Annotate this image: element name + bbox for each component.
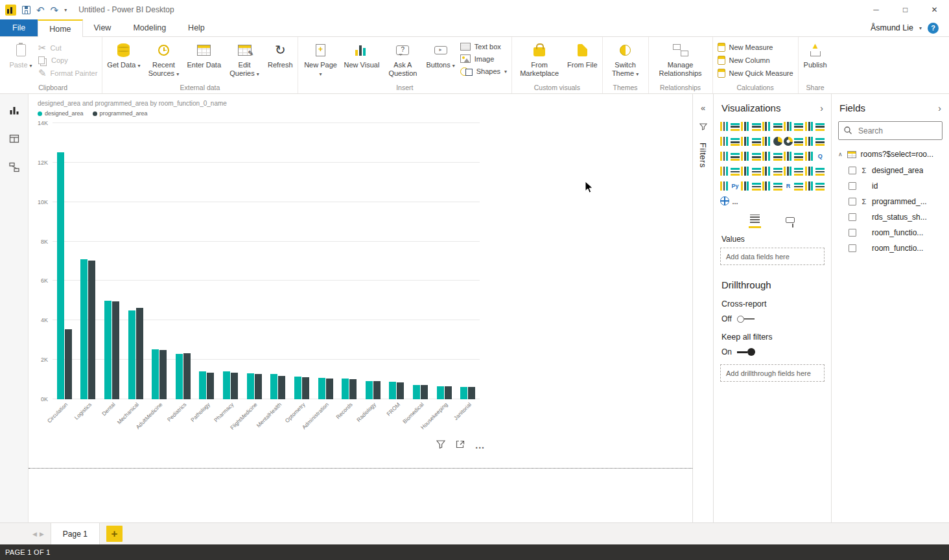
copy-button[interactable]: Copy [38, 56, 97, 64]
new-column-button[interactable]: New Column [718, 56, 793, 65]
new-quick-measure-button[interactable]: New Quick Measure [718, 69, 793, 78]
switch-theme-button[interactable]: Switch Theme ▾ [605, 39, 646, 83]
shape-map-icon[interactable] [720, 152, 729, 161]
undo-icon[interactable]: ↶ [36, 5, 45, 15]
histogram-chart-icon[interactable] [752, 181, 761, 191]
bar-designed_area[interactable] [342, 379, 349, 399]
timeline-slicer-icon[interactable] [741, 167, 750, 176]
pulse-chart-icon[interactable] [794, 167, 803, 176]
r-script-visual-icon[interactable]: R [784, 181, 793, 191]
stacked-area-chart-icon[interactable] [805, 122, 814, 131]
bullet-chart-icon[interactable] [752, 167, 761, 176]
field-checkbox[interactable] [849, 167, 856, 174]
redo-icon[interactable]: ↷ [51, 5, 59, 15]
sunburst-chart-icon[interactable] [815, 167, 825, 176]
100-stacked-column-chart-icon[interactable] [773, 122, 782, 131]
customize-toolbar-caret-icon[interactable]: ▾ [64, 7, 67, 13]
bar-designed_area[interactable] [270, 374, 277, 399]
recent-sources-button[interactable]: Recent Sources ▾ [143, 39, 184, 83]
waterfall-chart-icon[interactable] [741, 137, 750, 146]
bar-programmed_area[interactable] [278, 376, 285, 399]
help-icon[interactable]: ? [928, 23, 939, 34]
kpi-icon[interactable] [762, 152, 771, 161]
bar-programmed_area[interactable] [112, 301, 119, 399]
close-button[interactable]: ✕ [920, 0, 949, 19]
bar-designed_area[interactable] [366, 381, 373, 399]
legend-item[interactable]: programmed_area [93, 110, 148, 117]
treemap-chart-icon[interactable] [794, 137, 803, 146]
refresh-button[interactable]: ↻ Refresh [265, 39, 296, 83]
dataset-table-row[interactable]: ∧ rooms?$select=roo... [832, 144, 949, 163]
add-page-button[interactable]: + [106, 526, 123, 542]
bar-programmed_area[interactable] [231, 373, 238, 399]
bar-designed_area[interactable] [437, 386, 444, 399]
funnel-chart-icon[interactable] [752, 137, 761, 146]
manage-relationships-button[interactable]: Manage Relationships [651, 39, 710, 83]
network-navigator-icon[interactable] [773, 167, 782, 176]
field-row-id[interactable]: id [849, 178, 949, 194]
gantt-chart-icon[interactable] [773, 181, 782, 191]
field-row-room_functio[interactable]: room_functio... [849, 240, 949, 256]
paginated-report-visual-icon[interactable] [741, 181, 750, 191]
tab-home[interactable]: Home [38, 19, 82, 37]
decomposition-tree-icon[interactable] [805, 181, 814, 191]
bar-designed_area[interactable] [57, 152, 64, 399]
previous-page-arrow-icon[interactable]: ◀ [32, 531, 37, 537]
bar-designed_area[interactable] [152, 349, 159, 399]
field-row-programmed_[interactable]: Σprogrammed_... [849, 194, 949, 209]
bar-designed_area[interactable] [247, 373, 254, 399]
bar-designed_area[interactable] [128, 310, 135, 399]
area-chart-icon[interactable] [794, 122, 803, 131]
legend-item[interactable]: designed_area [38, 110, 84, 117]
card-icon[interactable] [741, 152, 750, 161]
line-and-stacked-column-chart-icon[interactable] [815, 122, 825, 131]
table-icon[interactable] [784, 152, 793, 161]
bar-designed_area[interactable] [389, 382, 396, 399]
clustered-column-chart-icon[interactable] [752, 122, 761, 131]
matrix-icon[interactable] [794, 152, 803, 161]
cut-button[interactable]: ✂Cut [38, 43, 97, 52]
smart-narrative-icon[interactable] [815, 181, 825, 191]
tornado-chart-icon[interactable] [762, 167, 771, 176]
field-checkbox[interactable] [849, 229, 856, 237]
field-row-room_functio[interactable]: room_functio... [849, 225, 949, 240]
stacked-column-chart-icon[interactable] [731, 122, 740, 131]
more-visuals-button[interactable]: ... [731, 196, 740, 205]
stacked-bar-chart-icon[interactable] [720, 122, 729, 131]
new-measure-button[interactable]: New Measure [718, 43, 793, 52]
paste-button[interactable]: Paste ▾ [6, 39, 36, 83]
bar-programmed_area[interactable] [373, 381, 381, 399]
report-canvas[interactable]: designed_area and programmed_area by roo… [29, 94, 692, 522]
minimize-button[interactable]: ─ [861, 0, 891, 19]
fields-config-tab[interactable] [749, 213, 761, 228]
field-checkbox[interactable] [849, 198, 856, 205]
line-and-clustered-column-chart-icon[interactable] [720, 137, 729, 146]
visual-filter-icon[interactable] [436, 440, 445, 450]
multi-row-card-icon[interactable] [752, 152, 761, 161]
scatter-chart-icon[interactable] [762, 137, 771, 146]
ask-a-question-button[interactable]: ? Ask A Question [382, 39, 423, 83]
bar-programmed_area[interactable] [136, 308, 143, 399]
bar-designed_area[interactable] [413, 385, 420, 399]
bar-designed_area[interactable] [199, 371, 206, 399]
bar-programmed_area[interactable] [302, 377, 309, 399]
next-page-arrow-icon[interactable]: ▶ [40, 531, 44, 537]
image-button[interactable]: Image [460, 54, 507, 63]
bar-programmed_area[interactable] [349, 379, 357, 399]
pie-chart-icon[interactable] [773, 137, 782, 146]
globe-map-icon[interactable] [720, 196, 729, 205]
bar-programmed_area[interactable] [255, 374, 262, 399]
account-caret-icon[interactable]: ▾ [919, 25, 922, 31]
page-tab-page1[interactable]: Page 1 [51, 523, 100, 544]
field-checkbox[interactable] [849, 182, 856, 190]
save-icon[interactable] [22, 6, 30, 14]
collapse-fields-pane-icon[interactable]: › [938, 103, 941, 113]
tab-file[interactable]: File [0, 19, 38, 36]
python-visual-icon[interactable]: Py [731, 181, 740, 191]
from-file-button[interactable]: From File [565, 39, 600, 83]
donut-chart-icon[interactable] [784, 137, 793, 146]
bar-designed_area[interactable] [176, 354, 183, 399]
new-visual-button[interactable]: New Visual [342, 39, 382, 83]
text-box-button[interactable]: Text box [460, 43, 507, 51]
bar-programmed_area[interactable] [159, 350, 167, 399]
